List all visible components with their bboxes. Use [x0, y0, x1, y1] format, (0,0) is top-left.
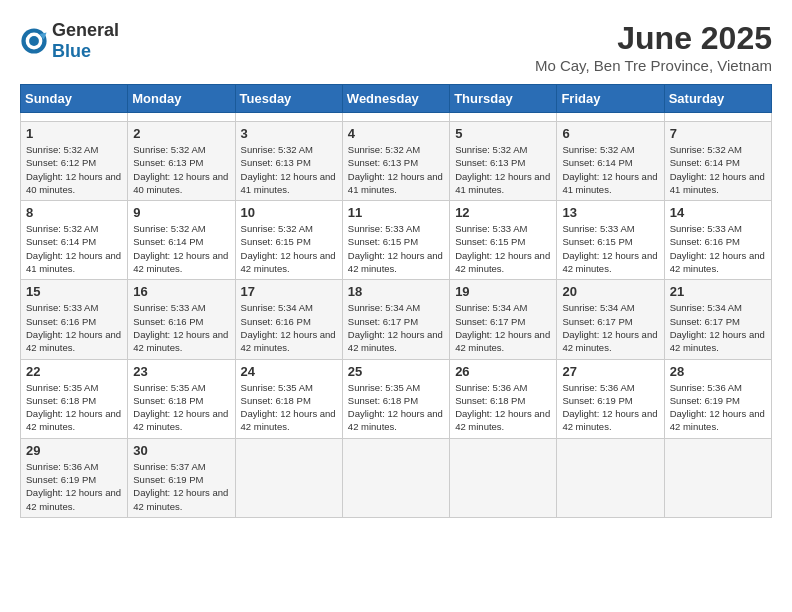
- cell-content: Sunrise: 5:32 AMSunset: 6:13 PMDaylight:…: [133, 143, 229, 196]
- cell-content: Sunrise: 5:34 AMSunset: 6:16 PMDaylight:…: [241, 301, 337, 354]
- sub-title: Mo Cay, Ben Tre Province, Vietnam: [535, 57, 772, 74]
- cell-2-1: 9 Sunrise: 5:32 AMSunset: 6:14 PMDayligh…: [128, 201, 235, 280]
- day-number: 12: [455, 205, 551, 220]
- cell-0-3: [342, 113, 449, 122]
- header-friday: Friday: [557, 85, 664, 113]
- day-number: 4: [348, 126, 444, 141]
- cell-0-1: [128, 113, 235, 122]
- cell-1-3: 4 Sunrise: 5:32 AMSunset: 6:13 PMDayligh…: [342, 122, 449, 201]
- day-number: 3: [241, 126, 337, 141]
- day-number: 13: [562, 205, 658, 220]
- cell-content: Sunrise: 5:36 AMSunset: 6:19 PMDaylight:…: [26, 460, 122, 513]
- cell-3-5: 20 Sunrise: 5:34 AMSunset: 6:17 PMDaylig…: [557, 280, 664, 359]
- cell-content: Sunrise: 5:32 AMSunset: 6:13 PMDaylight:…: [241, 143, 337, 196]
- cell-content: Sunrise: 5:32 AMSunset: 6:14 PMDaylight:…: [562, 143, 658, 196]
- logo-text: General Blue: [52, 20, 119, 62]
- day-number: 21: [670, 284, 766, 299]
- logo: General Blue: [20, 20, 119, 62]
- day-number: 5: [455, 126, 551, 141]
- day-number: 7: [670, 126, 766, 141]
- week-row-2: 8 Sunrise: 5:32 AMSunset: 6:14 PMDayligh…: [21, 201, 772, 280]
- cell-content: Sunrise: 5:36 AMSunset: 6:19 PMDaylight:…: [670, 381, 766, 434]
- week-row-0: [21, 113, 772, 122]
- day-number: 15: [26, 284, 122, 299]
- day-number: 1: [26, 126, 122, 141]
- cell-content: Sunrise: 5:32 AMSunset: 6:14 PMDaylight:…: [133, 222, 229, 275]
- week-row-3: 15 Sunrise: 5:33 AMSunset: 6:16 PMDaylig…: [21, 280, 772, 359]
- cell-3-6: 21 Sunrise: 5:34 AMSunset: 6:17 PMDaylig…: [664, 280, 771, 359]
- page-header: General Blue June 2025 Mo Cay, Ben Tre P…: [20, 20, 772, 74]
- cell-1-4: 5 Sunrise: 5:32 AMSunset: 6:13 PMDayligh…: [450, 122, 557, 201]
- cell-1-2: 3 Sunrise: 5:32 AMSunset: 6:13 PMDayligh…: [235, 122, 342, 201]
- cell-content: Sunrise: 5:36 AMSunset: 6:19 PMDaylight:…: [562, 381, 658, 434]
- cell-5-5: [557, 438, 664, 517]
- day-number: 2: [133, 126, 229, 141]
- cell-0-4: [450, 113, 557, 122]
- day-number: 8: [26, 205, 122, 220]
- week-row-5: 29 Sunrise: 5:36 AMSunset: 6:19 PMDaylig…: [21, 438, 772, 517]
- day-number: 17: [241, 284, 337, 299]
- logo-blue: Blue: [52, 41, 91, 61]
- title-section: June 2025 Mo Cay, Ben Tre Province, Viet…: [535, 20, 772, 74]
- day-number: 25: [348, 364, 444, 379]
- cell-2-5: 13 Sunrise: 5:33 AMSunset: 6:15 PMDaylig…: [557, 201, 664, 280]
- day-number: 23: [133, 364, 229, 379]
- cell-5-4: [450, 438, 557, 517]
- day-number: 24: [241, 364, 337, 379]
- cell-1-0: 1 Sunrise: 5:32 AMSunset: 6:12 PMDayligh…: [21, 122, 128, 201]
- cell-content: Sunrise: 5:33 AMSunset: 6:15 PMDaylight:…: [455, 222, 551, 275]
- cell-content: Sunrise: 5:33 AMSunset: 6:15 PMDaylight:…: [562, 222, 658, 275]
- cell-content: Sunrise: 5:35 AMSunset: 6:18 PMDaylight:…: [348, 381, 444, 434]
- cell-5-0: 29 Sunrise: 5:36 AMSunset: 6:19 PMDaylig…: [21, 438, 128, 517]
- cell-content: Sunrise: 5:34 AMSunset: 6:17 PMDaylight:…: [348, 301, 444, 354]
- header-thursday: Thursday: [450, 85, 557, 113]
- header-tuesday: Tuesday: [235, 85, 342, 113]
- cell-0-0: [21, 113, 128, 122]
- cell-content: Sunrise: 5:32 AMSunset: 6:14 PMDaylight:…: [670, 143, 766, 196]
- cell-3-1: 16 Sunrise: 5:33 AMSunset: 6:16 PMDaylig…: [128, 280, 235, 359]
- cell-5-6: [664, 438, 771, 517]
- cell-content: Sunrise: 5:32 AMSunset: 6:14 PMDaylight:…: [26, 222, 122, 275]
- header-saturday: Saturday: [664, 85, 771, 113]
- day-number: 20: [562, 284, 658, 299]
- cell-content: Sunrise: 5:32 AMSunset: 6:15 PMDaylight:…: [241, 222, 337, 275]
- cell-content: Sunrise: 5:35 AMSunset: 6:18 PMDaylight:…: [241, 381, 337, 434]
- day-number: 27: [562, 364, 658, 379]
- calendar-table: Sunday Monday Tuesday Wednesday Thursday…: [20, 84, 772, 518]
- cell-content: Sunrise: 5:35 AMSunset: 6:18 PMDaylight:…: [133, 381, 229, 434]
- day-number: 18: [348, 284, 444, 299]
- cell-2-4: 12 Sunrise: 5:33 AMSunset: 6:15 PMDaylig…: [450, 201, 557, 280]
- day-number: 6: [562, 126, 658, 141]
- cell-3-2: 17 Sunrise: 5:34 AMSunset: 6:16 PMDaylig…: [235, 280, 342, 359]
- day-number: 28: [670, 364, 766, 379]
- cell-4-3: 25 Sunrise: 5:35 AMSunset: 6:18 PMDaylig…: [342, 359, 449, 438]
- cell-0-6: [664, 113, 771, 122]
- cell-1-1: 2 Sunrise: 5:32 AMSunset: 6:13 PMDayligh…: [128, 122, 235, 201]
- cell-2-3: 11 Sunrise: 5:33 AMSunset: 6:15 PMDaylig…: [342, 201, 449, 280]
- cell-content: Sunrise: 5:33 AMSunset: 6:16 PMDaylight:…: [670, 222, 766, 275]
- logo-icon: [20, 27, 48, 55]
- cell-content: Sunrise: 5:32 AMSunset: 6:12 PMDaylight:…: [26, 143, 122, 196]
- cell-4-6: 28 Sunrise: 5:36 AMSunset: 6:19 PMDaylig…: [664, 359, 771, 438]
- cell-content: Sunrise: 5:34 AMSunset: 6:17 PMDaylight:…: [455, 301, 551, 354]
- day-number: 14: [670, 205, 766, 220]
- cell-content: Sunrise: 5:32 AMSunset: 6:13 PMDaylight:…: [455, 143, 551, 196]
- cell-5-3: [342, 438, 449, 517]
- cell-content: Sunrise: 5:33 AMSunset: 6:15 PMDaylight:…: [348, 222, 444, 275]
- cell-2-6: 14 Sunrise: 5:33 AMSunset: 6:16 PMDaylig…: [664, 201, 771, 280]
- cell-4-2: 24 Sunrise: 5:35 AMSunset: 6:18 PMDaylig…: [235, 359, 342, 438]
- header-wednesday: Wednesday: [342, 85, 449, 113]
- day-number: 10: [241, 205, 337, 220]
- day-number: 9: [133, 205, 229, 220]
- cell-content: Sunrise: 5:34 AMSunset: 6:17 PMDaylight:…: [670, 301, 766, 354]
- cell-content: Sunrise: 5:36 AMSunset: 6:18 PMDaylight:…: [455, 381, 551, 434]
- cell-3-3: 18 Sunrise: 5:34 AMSunset: 6:17 PMDaylig…: [342, 280, 449, 359]
- day-number: 30: [133, 443, 229, 458]
- cell-4-5: 27 Sunrise: 5:36 AMSunset: 6:19 PMDaylig…: [557, 359, 664, 438]
- day-number: 29: [26, 443, 122, 458]
- header-row: Sunday Monday Tuesday Wednesday Thursday…: [21, 85, 772, 113]
- cell-4-4: 26 Sunrise: 5:36 AMSunset: 6:18 PMDaylig…: [450, 359, 557, 438]
- week-row-1: 1 Sunrise: 5:32 AMSunset: 6:12 PMDayligh…: [21, 122, 772, 201]
- header-monday: Monday: [128, 85, 235, 113]
- cell-0-2: [235, 113, 342, 122]
